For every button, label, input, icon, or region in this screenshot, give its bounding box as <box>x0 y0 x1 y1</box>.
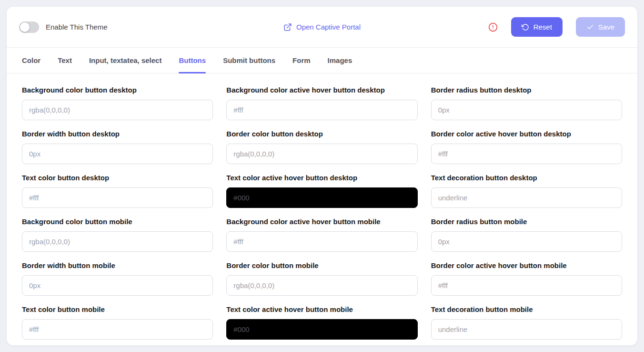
field-label: Background color active hover button mob… <box>226 217 417 226</box>
toggle-knob <box>20 22 30 32</box>
field-border-color-active-hover-button-desktop: Border color active hover button desktop <box>431 130 622 164</box>
field-text-decoration-button-mobile: Text decoration button mobile <box>431 305 622 340</box>
field-background-color-active-hover-button-desktop: Background color active hover button des… <box>226 86 417 120</box>
top-bar-actions: Reset Save <box>361 17 625 37</box>
field-label: Background color button desktop <box>22 86 213 94</box>
input-border-width-button-desktop[interactable] <box>22 144 213 164</box>
input-border-width-button-mobile[interactable] <box>22 275 213 296</box>
field-label: Text color active hover button desktop <box>226 174 417 182</box>
input-text-decoration-button-desktop[interactable] <box>431 187 622 208</box>
field-label: Text decoration button desktop <box>431 174 622 182</box>
field-label: Border radius button desktop <box>431 86 622 94</box>
warning-icon[interactable] <box>488 22 498 32</box>
tab-form[interactable]: Form <box>292 48 311 73</box>
field-label: Text color button desktop <box>22 174 213 182</box>
field-label: Background color button mobile <box>22 217 213 226</box>
field-label: Background color active hover button des… <box>226 86 417 94</box>
check-icon <box>586 23 594 31</box>
save-button[interactable]: Save <box>576 17 625 37</box>
open-captive-portal-link[interactable]: Open Captive Portal <box>283 23 361 31</box>
field-border-color-button-mobile: Border color button mobile <box>226 261 417 296</box>
field-text-decoration-button-desktop: Text decoration button desktop <box>431 174 622 208</box>
input-text-color-button-mobile[interactable] <box>22 319 213 340</box>
input-border-color-button-desktop[interactable] <box>226 144 417 164</box>
tab-input-textatea-select[interactable]: Input, textatea, select <box>89 48 162 73</box>
settings-grid: Background color button desktopBackgroun… <box>7 73 637 345</box>
field-label: Border width button mobile <box>22 261 213 269</box>
field-label: Text color button mobile <box>22 305 213 313</box>
input-text-color-button-desktop[interactable] <box>22 187 213 208</box>
reset-button[interactable]: Reset <box>511 17 563 37</box>
field-border-radius-button-mobile: Border radius button mobile <box>431 217 622 252</box>
top-bar: Enable This Theme Open Captive Portal <box>7 7 637 48</box>
input-background-color-button-mobile[interactable] <box>22 231 213 252</box>
field-background-color-button-mobile: Background color button mobile <box>22 217 213 252</box>
tab-text[interactable]: Text <box>58 48 72 73</box>
enable-theme-label: Enable This Theme <box>46 23 108 31</box>
tab-submit-buttons[interactable]: Submit buttons <box>223 48 275 73</box>
enable-theme-toggle[interactable] <box>19 21 39 33</box>
portal-link-wrap: Open Captive Portal <box>283 23 361 31</box>
field-label: Border width button desktop <box>22 130 213 138</box>
input-border-radius-button-mobile[interactable] <box>431 231 622 252</box>
input-border-color-active-hover-button-mobile[interactable] <box>431 275 622 296</box>
input-border-radius-button-desktop[interactable] <box>431 100 622 120</box>
reset-button-label: Reset <box>533 23 552 31</box>
field-label: Border color button desktop <box>226 130 417 138</box>
theme-editor-card: Enable This Theme Open Captive Portal <box>7 7 637 345</box>
tab-buttons[interactable]: Buttons <box>179 48 206 73</box>
input-background-color-active-hover-button-mobile[interactable] <box>226 231 417 252</box>
field-label: Border color active hover button desktop <box>431 130 622 138</box>
input-text-decoration-button-mobile[interactable] <box>431 319 622 340</box>
field-border-width-button-mobile: Border width button mobile <box>22 261 213 296</box>
open-captive-portal-label: Open Captive Portal <box>296 23 361 31</box>
external-link-icon <box>283 23 292 31</box>
tab-color[interactable]: Color <box>22 48 40 73</box>
refresh-icon <box>522 23 529 31</box>
field-background-color-button-desktop: Background color button desktop <box>22 86 213 120</box>
field-text-color-active-hover-button-mobile: Text color active hover button mobile <box>226 305 417 340</box>
save-button-label: Save <box>598 23 614 31</box>
field-text-color-button-desktop: Text color button desktop <box>22 174 213 208</box>
field-text-color-button-mobile: Text color button mobile <box>22 305 213 340</box>
field-label: Border color button mobile <box>226 261 417 269</box>
input-text-color-active-hover-button-mobile[interactable] <box>226 319 417 340</box>
input-text-color-active-hover-button-desktop[interactable] <box>226 187 417 208</box>
tab-bar: ColorTextInput, textatea, selectButtonsS… <box>7 48 637 73</box>
field-label: Text color active hover button mobile <box>226 305 417 313</box>
field-border-width-button-desktop: Border width button desktop <box>22 130 213 164</box>
input-border-color-active-hover-button-desktop[interactable] <box>431 144 622 164</box>
field-border-color-button-desktop: Border color button desktop <box>226 130 417 164</box>
tab-images[interactable]: Images <box>328 48 352 73</box>
field-label: Border radius button mobile <box>431 217 622 226</box>
field-label: Border color active hover button mobile <box>431 261 622 269</box>
field-text-color-active-hover-button-desktop: Text color active hover button desktop <box>226 174 417 208</box>
field-border-radius-button-desktop: Border radius button desktop <box>431 86 622 120</box>
theme-toggle-group: Enable This Theme <box>19 21 283 33</box>
field-background-color-active-hover-button-mobile: Background color active hover button mob… <box>226 217 417 252</box>
input-background-color-button-desktop[interactable] <box>22 100 213 120</box>
field-label: Text decoration button mobile <box>431 305 622 313</box>
field-border-color-active-hover-button-mobile: Border color active hover button mobile <box>431 261 622 296</box>
input-background-color-active-hover-button-desktop[interactable] <box>226 100 417 120</box>
input-border-color-button-mobile[interactable] <box>226 275 417 296</box>
